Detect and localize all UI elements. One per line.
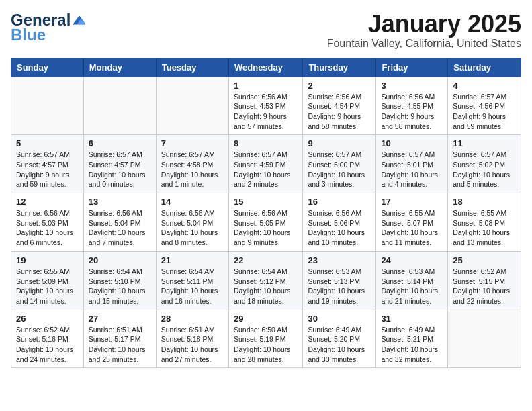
day-number: 22 bbox=[234, 255, 298, 265]
calendar-cell: 28Sunrise: 6:51 AM Sunset: 5:18 PM Dayli… bbox=[156, 310, 228, 368]
calendar-cell: 12Sunrise: 6:56 AM Sunset: 5:03 PM Dayli… bbox=[11, 193, 84, 252]
weekday-header-sunday: Sunday bbox=[11, 58, 84, 77]
day-number: 12 bbox=[16, 197, 79, 207]
calendar-cell: 7Sunrise: 6:57 AM Sunset: 4:58 PM Daylig… bbox=[156, 135, 228, 193]
calendar-cell: 11Sunrise: 6:57 AM Sunset: 5:02 PM Dayli… bbox=[448, 135, 521, 193]
day-detail: Sunrise: 6:56 AM Sunset: 4:53 PM Dayligh… bbox=[234, 92, 298, 132]
day-detail: Sunrise: 6:51 AM Sunset: 5:17 PM Dayligh… bbox=[89, 325, 151, 365]
calendar-cell: 6Sunrise: 6:57 AM Sunset: 4:57 PM Daylig… bbox=[83, 135, 156, 193]
day-detail: Sunrise: 6:57 AM Sunset: 4:59 PM Dayligh… bbox=[234, 150, 298, 189]
logo-icon bbox=[72, 15, 87, 26]
calendar-cell: 29Sunrise: 6:50 AM Sunset: 5:19 PM Dayli… bbox=[228, 310, 302, 368]
day-detail: Sunrise: 6:52 AM Sunset: 5:16 PM Dayligh… bbox=[16, 325, 79, 365]
page-header: General Blue January 2025 Fountain Valle… bbox=[11, 11, 521, 50]
calendar-week-3: 12Sunrise: 6:56 AM Sunset: 5:03 PM Dayli… bbox=[11, 193, 521, 252]
day-detail: Sunrise: 6:52 AM Sunset: 5:15 PM Dayligh… bbox=[453, 267, 516, 306]
calendar-cell: 17Sunrise: 6:55 AM Sunset: 5:07 PM Dayli… bbox=[376, 193, 448, 252]
calendar-cell: 2Sunrise: 6:56 AM Sunset: 4:54 PM Daylig… bbox=[303, 77, 376, 135]
day-number: 29 bbox=[234, 314, 298, 324]
day-number: 24 bbox=[381, 255, 443, 265]
day-detail: Sunrise: 6:53 AM Sunset: 5:13 PM Dayligh… bbox=[308, 267, 371, 306]
calendar-cell: 15Sunrise: 6:56 AM Sunset: 5:05 PM Dayli… bbox=[228, 193, 302, 252]
day-number: 10 bbox=[381, 138, 443, 148]
calendar-cell: 21Sunrise: 6:54 AM Sunset: 5:11 PM Dayli… bbox=[156, 251, 228, 310]
calendar-table: SundayMondayTuesdayWednesdayThursdayFrid… bbox=[11, 58, 521, 369]
day-number: 21 bbox=[161, 255, 224, 265]
calendar-cell: 4Sunrise: 6:57 AM Sunset: 4:56 PM Daylig… bbox=[448, 77, 521, 135]
day-number: 9 bbox=[308, 138, 371, 148]
calendar-cell: 13Sunrise: 6:56 AM Sunset: 5:04 PM Dayli… bbox=[83, 193, 156, 252]
weekday-header-tuesday: Tuesday bbox=[156, 58, 228, 77]
day-detail: Sunrise: 6:55 AM Sunset: 5:07 PM Dayligh… bbox=[381, 208, 443, 248]
day-number: 20 bbox=[89, 255, 151, 265]
day-detail: Sunrise: 6:56 AM Sunset: 5:06 PM Dayligh… bbox=[308, 208, 371, 248]
calendar-cell bbox=[83, 77, 156, 135]
day-detail: Sunrise: 6:57 AM Sunset: 5:02 PM Dayligh… bbox=[453, 150, 516, 189]
calendar-cell: 18Sunrise: 6:55 AM Sunset: 5:08 PM Dayli… bbox=[448, 193, 521, 252]
day-number: 11 bbox=[453, 138, 516, 148]
calendar-week-2: 5Sunrise: 6:57 AM Sunset: 4:57 PM Daylig… bbox=[11, 135, 521, 193]
logo: General Blue bbox=[11, 11, 88, 44]
calendar-cell: 23Sunrise: 6:53 AM Sunset: 5:13 PM Dayli… bbox=[303, 251, 376, 310]
calendar-cell: 24Sunrise: 6:53 AM Sunset: 5:14 PM Dayli… bbox=[376, 251, 448, 310]
calendar-cell: 3Sunrise: 6:56 AM Sunset: 4:55 PM Daylig… bbox=[376, 77, 448, 135]
day-detail: Sunrise: 6:51 AM Sunset: 5:18 PM Dayligh… bbox=[161, 325, 224, 365]
calendar-cell: 27Sunrise: 6:51 AM Sunset: 5:17 PM Dayli… bbox=[83, 310, 156, 368]
calendar-cell bbox=[156, 77, 228, 135]
weekday-header-monday: Monday bbox=[83, 58, 156, 77]
calendar-cell: 26Sunrise: 6:52 AM Sunset: 5:16 PM Dayli… bbox=[11, 310, 84, 368]
title-block: January 2025 Fountain Valley, California… bbox=[327, 11, 521, 50]
day-number: 1 bbox=[234, 81, 298, 91]
day-number: 6 bbox=[89, 138, 151, 148]
day-number: 16 bbox=[308, 197, 371, 207]
day-number: 3 bbox=[381, 81, 443, 91]
calendar-cell: 9Sunrise: 6:57 AM Sunset: 5:00 PM Daylig… bbox=[303, 135, 376, 193]
day-number: 26 bbox=[16, 314, 79, 324]
day-detail: Sunrise: 6:57 AM Sunset: 4:57 PM Dayligh… bbox=[16, 150, 79, 189]
day-detail: Sunrise: 6:55 AM Sunset: 5:09 PM Dayligh… bbox=[16, 267, 79, 306]
day-detail: Sunrise: 6:55 AM Sunset: 5:08 PM Dayligh… bbox=[453, 208, 516, 248]
day-number: 31 bbox=[381, 314, 443, 324]
calendar-cell: 25Sunrise: 6:52 AM Sunset: 5:15 PM Dayli… bbox=[448, 251, 521, 310]
day-detail: Sunrise: 6:56 AM Sunset: 5:04 PM Dayligh… bbox=[89, 208, 151, 248]
day-detail: Sunrise: 6:56 AM Sunset: 5:05 PM Dayligh… bbox=[234, 208, 298, 248]
day-detail: Sunrise: 6:50 AM Sunset: 5:19 PM Dayligh… bbox=[234, 325, 298, 365]
day-number: 8 bbox=[234, 138, 298, 148]
day-number: 2 bbox=[308, 81, 371, 91]
day-number: 15 bbox=[234, 197, 298, 207]
logo-blue: Blue bbox=[11, 26, 46, 44]
day-number: 19 bbox=[16, 255, 79, 265]
calendar-cell: 16Sunrise: 6:56 AM Sunset: 5:06 PM Dayli… bbox=[303, 193, 376, 252]
day-detail: Sunrise: 6:54 AM Sunset: 5:12 PM Dayligh… bbox=[234, 267, 298, 306]
weekday-header-row: SundayMondayTuesdayWednesdayThursdayFrid… bbox=[11, 58, 521, 77]
day-number: 4 bbox=[453, 81, 516, 91]
day-number: 30 bbox=[308, 314, 371, 324]
day-detail: Sunrise: 6:49 AM Sunset: 5:20 PM Dayligh… bbox=[308, 325, 371, 365]
day-detail: Sunrise: 6:56 AM Sunset: 5:04 PM Dayligh… bbox=[161, 208, 224, 248]
calendar-cell: 20Sunrise: 6:54 AM Sunset: 5:10 PM Dayli… bbox=[83, 251, 156, 310]
calendar-cell bbox=[448, 310, 521, 368]
day-detail: Sunrise: 6:54 AM Sunset: 5:11 PM Dayligh… bbox=[161, 267, 224, 306]
day-detail: Sunrise: 6:57 AM Sunset: 5:01 PM Dayligh… bbox=[381, 150, 443, 189]
calendar-cell: 10Sunrise: 6:57 AM Sunset: 5:01 PM Dayli… bbox=[376, 135, 448, 193]
calendar-week-4: 19Sunrise: 6:55 AM Sunset: 5:09 PM Dayli… bbox=[11, 251, 521, 310]
calendar-cell: 30Sunrise: 6:49 AM Sunset: 5:20 PM Dayli… bbox=[303, 310, 376, 368]
day-number: 28 bbox=[161, 314, 224, 324]
calendar-cell bbox=[11, 77, 84, 135]
day-detail: Sunrise: 6:56 AM Sunset: 4:54 PM Dayligh… bbox=[308, 92, 371, 132]
day-number: 25 bbox=[453, 255, 516, 265]
calendar-cell: 19Sunrise: 6:55 AM Sunset: 5:09 PM Dayli… bbox=[11, 251, 84, 310]
location-subtitle: Fountain Valley, California, United Stat… bbox=[327, 38, 521, 50]
day-number: 23 bbox=[308, 255, 371, 265]
day-detail: Sunrise: 6:57 AM Sunset: 4:56 PM Dayligh… bbox=[453, 92, 516, 132]
day-number: 7 bbox=[161, 138, 224, 148]
day-number: 27 bbox=[89, 314, 151, 324]
calendar-week-1: 1Sunrise: 6:56 AM Sunset: 4:53 PM Daylig… bbox=[11, 77, 521, 135]
calendar-cell: 1Sunrise: 6:56 AM Sunset: 4:53 PM Daylig… bbox=[228, 77, 302, 135]
calendar-cell: 22Sunrise: 6:54 AM Sunset: 5:12 PM Dayli… bbox=[228, 251, 302, 310]
calendar-cell: 8Sunrise: 6:57 AM Sunset: 4:59 PM Daylig… bbox=[228, 135, 302, 193]
weekday-header-friday: Friday bbox=[376, 58, 448, 77]
day-number: 14 bbox=[161, 197, 224, 207]
calendar-cell: 31Sunrise: 6:49 AM Sunset: 5:21 PM Dayli… bbox=[376, 310, 448, 368]
day-number: 18 bbox=[453, 197, 516, 207]
